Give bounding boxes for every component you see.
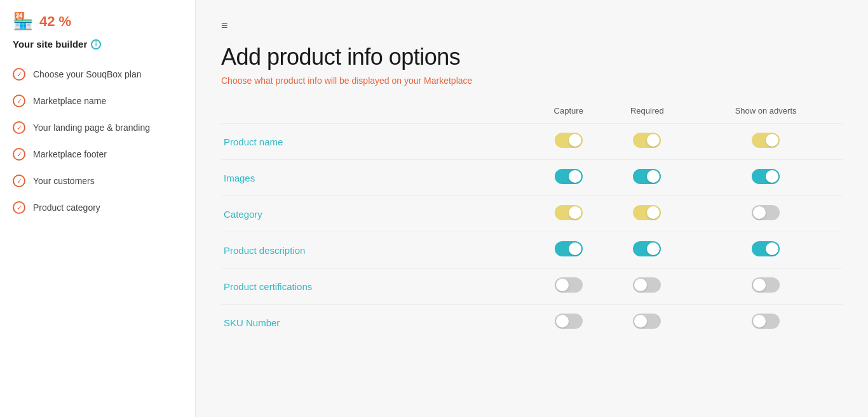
toggle-product-name-capture[interactable]	[555, 133, 583, 148]
check-icon: ✓	[13, 121, 25, 134]
sidebar-item-marketplace-name[interactable]: ✓ Marketplace name	[0, 88, 195, 114]
table-row-sku-number: SKU Number	[221, 304, 843, 340]
cell-required-category	[605, 195, 689, 232]
cell-required-product-certifications	[605, 268, 689, 304]
toggle-product-description-show[interactable]	[752, 241, 780, 256]
toggle-product-certifications-capture[interactable]	[555, 277, 583, 293]
check-icon: ✓	[13, 201, 25, 214]
toggle-knob	[647, 206, 660, 219]
toggle-knob	[647, 134, 660, 147]
table-row-product-certifications: Product certifications	[221, 268, 843, 304]
toggle-knob	[634, 315, 647, 328]
nav-item-label: Product category	[33, 202, 100, 213]
toggle-images-required[interactable]	[633, 169, 661, 184]
table-row-product-name: Product name	[221, 123, 843, 159]
row-label-sku-number: SKU Number	[221, 304, 532, 340]
cell-capture-product-certifications	[532, 268, 605, 304]
row-label-product-certifications: Product certifications	[221, 268, 532, 304]
toggle-sku-number-capture[interactable]	[555, 314, 583, 329]
toggle-knob	[647, 242, 660, 255]
cell-required-product-name	[605, 123, 689, 159]
info-icon[interactable]: i	[91, 39, 101, 50]
toggle-category-show[interactable]	[752, 205, 780, 220]
toggle-category-required[interactable]	[633, 205, 661, 220]
cell-capture-sku-number	[532, 304, 605, 340]
toggle-knob	[569, 206, 581, 219]
cell-required-images	[605, 159, 689, 195]
toggle-knob	[766, 242, 778, 255]
col-header-field	[221, 106, 532, 123]
cell-show-product-certifications	[689, 268, 843, 304]
cell-show-images	[689, 159, 843, 195]
toggle-knob	[569, 134, 581, 147]
cell-capture-category	[532, 195, 605, 232]
check-icon: ✓	[13, 68, 25, 81]
toggle-product-certifications-required[interactable]	[633, 277, 661, 293]
nav-items: ✓ Choose your SouqBox plan ✓ Marketplace…	[0, 61, 195, 221]
toggle-images-capture[interactable]	[555, 169, 583, 184]
toggle-knob	[753, 279, 766, 291]
main-content: ≡ Add product info options Choose what p…	[196, 0, 868, 417]
toggle-knob	[569, 242, 581, 255]
table-row-category: Category	[221, 195, 843, 232]
sidebar-item-landing-page[interactable]: ✓ Your landing page & branding	[0, 114, 195, 141]
nav-item-label: Your landing page & branding	[33, 122, 150, 133]
toggle-knob	[766, 170, 778, 183]
row-label-product-name: Product name	[221, 123, 532, 159]
page-subtitle: Choose what product info will be display…	[221, 76, 843, 86]
cell-show-product-name	[689, 123, 843, 159]
toggle-knob	[647, 170, 660, 183]
table-row-product-description: Product description	[221, 232, 843, 268]
toggle-product-description-capture[interactable]	[555, 241, 583, 256]
cell-required-sku-number	[605, 304, 689, 340]
toggle-product-certifications-show[interactable]	[752, 277, 780, 293]
menu-icon[interactable]: ≡	[221, 19, 228, 32]
toggle-sku-number-show[interactable]	[752, 314, 780, 329]
cell-show-sku-number	[689, 304, 843, 340]
sidebar-item-your-customers[interactable]: ✓ Your customers	[0, 168, 195, 194]
sidebar-item-product-category[interactable]: ✓ Product category	[0, 194, 195, 221]
toggle-knob	[753, 206, 766, 219]
sidebar-header: 🏪 42 %	[0, 11, 195, 39]
row-label-category: Category	[221, 195, 532, 232]
nav-item-label: Marketplace footer	[33, 149, 107, 159]
toggle-knob	[556, 315, 569, 328]
sidebar-item-marketplace-footer[interactable]: ✓ Marketplace footer	[0, 141, 195, 168]
toggle-knob	[569, 170, 581, 183]
check-icon: ✓	[13, 95, 25, 107]
progress-percent: 42 %	[39, 13, 71, 30]
table-row-images: Images	[221, 159, 843, 195]
sidebar-item-choose-plan[interactable]: ✓ Choose your SouqBox plan	[0, 61, 195, 88]
col-header-show: Show on adverts	[689, 106, 843, 123]
toggle-knob	[556, 279, 569, 291]
store-icon: 🏪	[13, 11, 33, 31]
cell-capture-product-name	[532, 123, 605, 159]
options-table: Capture Required Show on adverts Product…	[221, 106, 843, 340]
site-builder-label: Your site builder i	[0, 39, 195, 61]
col-header-required: Required	[605, 106, 689, 123]
toggle-knob	[634, 279, 647, 291]
cell-capture-images	[532, 159, 605, 195]
toggle-sku-number-required[interactable]	[633, 314, 661, 329]
sidebar: 🏪 42 % Your site builder i ✓ Choose your…	[0, 0, 196, 417]
toggle-product-description-required[interactable]	[633, 241, 661, 256]
nav-item-label: Your customers	[33, 176, 95, 186]
cell-capture-product-description	[532, 232, 605, 268]
page-title: Add product info options	[221, 44, 843, 70]
cell-show-category	[689, 195, 843, 232]
cell-show-product-description	[689, 232, 843, 268]
col-header-capture: Capture	[532, 106, 605, 123]
toggle-product-name-show[interactable]	[752, 133, 780, 148]
row-label-product-description: Product description	[221, 232, 532, 268]
toggle-category-capture[interactable]	[555, 205, 583, 220]
site-builder-text: Your site builder	[13, 39, 87, 50]
toggle-images-show[interactable]	[752, 169, 780, 184]
nav-item-label: Choose your SouqBox plan	[33, 69, 141, 79]
nav-item-label: Marketplace name	[33, 96, 106, 106]
cell-required-product-description	[605, 232, 689, 268]
toggle-knob	[753, 315, 766, 328]
toggle-product-name-required[interactable]	[633, 133, 661, 148]
row-label-images: Images	[221, 159, 532, 195]
check-icon: ✓	[13, 148, 25, 161]
check-icon: ✓	[13, 175, 25, 187]
